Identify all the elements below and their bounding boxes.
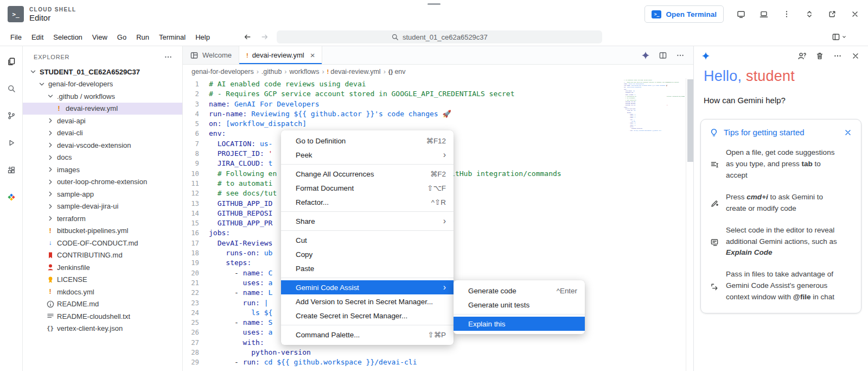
- close-icon[interactable]: [850, 9, 860, 20]
- tree-folder-outer-loop-chrome-extension[interactable]: outer-loop-chrome-extension: [23, 176, 182, 188]
- line-number: 29: [183, 357, 209, 367]
- layout-icon: [832, 33, 840, 41]
- tree-folder-images[interactable]: images: [23, 164, 182, 176]
- window-drag-handle[interactable]: [427, 3, 441, 5]
- menu-selection[interactable]: Selection: [48, 30, 87, 44]
- tree-folder-devai-cli[interactable]: devai-cli: [23, 127, 182, 140]
- open-in-new-window-icon[interactable]: [827, 9, 838, 20]
- web-preview-icon[interactable]: [736, 9, 746, 20]
- tree-file-readme-cloudshell-txt[interactable]: README-cloudshell.txt: [23, 310, 182, 323]
- editor-tab-actions: [633, 46, 693, 64]
- context-item-paste[interactable]: Paste: [281, 261, 454, 275]
- explorer-more-actions-icon[interactable]: [164, 53, 173, 61]
- toggle-panel-icon[interactable]: [758, 9, 769, 20]
- context-item-create-secret-in-secret-manager[interactable]: Create Secret in Secret Manager...: [281, 309, 454, 323]
- delete-chat-icon[interactable]: [815, 51, 825, 61]
- breadcrumb-item-env[interactable]: {}env: [388, 68, 406, 76]
- tree-folder-devai-api[interactable]: devai-api: [23, 115, 182, 127]
- more-options-icon[interactable]: [781, 9, 792, 20]
- tree-file-vertex-client-key-json[interactable]: {}vertex-client-key.json: [23, 323, 182, 335]
- context-item-change-all-occurrences[interactable]: Change All Occurrences⌘F2: [281, 167, 454, 181]
- resize-icon[interactable]: [804, 9, 815, 20]
- tree-file-devai-review-yml[interactable]: !devai-review.yml: [23, 103, 182, 115]
- menu-help[interactable]: Help: [190, 30, 215, 44]
- tree-folder-student-01-ce62a6529c37[interactable]: STUDENT_01_CE62A6529C37: [23, 66, 182, 78]
- close-panel-icon[interactable]: [851, 51, 860, 61]
- tree-folder-terraform[interactable]: terraform: [23, 212, 182, 225]
- context-item-refactor[interactable]: Refactor...^⇧R: [281, 195, 454, 209]
- penSpark-icon: [710, 193, 719, 215]
- context-item-label: Generate unit tests: [468, 301, 577, 309]
- tree-folder-docs[interactable]: docs: [23, 152, 182, 164]
- line-number: 8: [183, 149, 209, 159]
- tree-folder-github-workflows[interactable]: .github / workflows: [23, 90, 182, 103]
- tree-file-license[interactable]: LICENSE: [23, 274, 182, 286]
- tab-devai-review-yml[interactable]: !devai-review.yml×: [239, 46, 323, 64]
- editor-more-actions-icon[interactable]: [676, 51, 685, 60]
- activity-explorer-icon[interactable]: [5, 55, 18, 68]
- tab-welcome[interactable]: Welcome: [183, 46, 239, 64]
- feedback-icon[interactable]: [797, 51, 807, 61]
- breadcrumb-item-github[interactable]: .github: [261, 68, 282, 76]
- tree-file-bitbucket-pipelines-yml[interactable]: !bitbucket-pipelines.yml: [23, 225, 182, 237]
- activity-search-icon[interactable]: [5, 82, 18, 95]
- tree-file-jenkinsfile[interactable]: Jenkinsfile: [23, 261, 182, 274]
- menu-view[interactable]: View: [87, 30, 112, 44]
- tree-item-label: devai-review.yml: [66, 104, 118, 112]
- scrollbar-thumb[interactable]: [687, 79, 693, 162]
- tree-item-label: LICENSE: [57, 275, 87, 284]
- context-item-generate-unit-tests[interactable]: Generate unit tests: [454, 298, 585, 312]
- forward-icon[interactable]: [260, 33, 269, 41]
- tree-folder-sample-app[interactable]: sample-app: [23, 188, 182, 200]
- split-editor-icon[interactable]: [659, 51, 667, 60]
- back-icon[interactable]: [243, 33, 252, 41]
- context-item-go-to-definition[interactable]: Go to Definition⌘F12: [281, 134, 454, 148]
- context-item-gemini-code-assist[interactable]: Gemini Code Assist›: [281, 280, 454, 294]
- minimap[interactable]: # AI enabled code reviews using devai# -…: [624, 79, 685, 371]
- open-terminal-button[interactable]: >_ Open Terminal: [644, 5, 724, 23]
- close-tips-icon[interactable]: [844, 128, 852, 137]
- activity-source-control-icon[interactable]: [5, 109, 18, 122]
- close-tab-icon[interactable]: ×: [310, 51, 315, 60]
- search-icon: [391, 33, 399, 41]
- gemini-sparkle-icon[interactable]: [641, 51, 650, 60]
- menu-edit[interactable]: Edit: [27, 30, 48, 44]
- breadcrumb-item-workflows[interactable]: workflows: [290, 68, 320, 76]
- layout-control[interactable]: [832, 33, 863, 41]
- context-item-copy[interactable]: Copy: [281, 247, 454, 261]
- context-item-peek[interactable]: Peek›: [281, 148, 454, 162]
- context-item-format-document[interactable]: Format Document⇧⌥F: [281, 181, 454, 195]
- tree-file-contributing-md[interactable]: CONTRIBUTING.md: [23, 249, 182, 262]
- tree-folder-genai-for-developers[interactable]: genai-for-developers: [23, 78, 182, 91]
- more-options-icon[interactable]: [833, 51, 843, 61]
- search-input[interactable]: student_01_ce62a6529c37: [277, 30, 602, 43]
- tree-file-readme-md[interactable]: README.md: [23, 298, 182, 311]
- menu-file[interactable]: File: [5, 30, 27, 44]
- context-item-explain-this[interactable]: Explain this: [454, 317, 585, 331]
- menu-run[interactable]: Run: [131, 30, 154, 44]
- menu-separator: [281, 164, 454, 165]
- breadcrumb-item-devai-review-yml[interactable]: !devai-review.yml: [327, 68, 381, 76]
- code-text: DevAI-Reviews: [209, 238, 272, 248]
- menu-terminal[interactable]: Terminal: [154, 30, 190, 44]
- context-item-command-palette[interactable]: Command Palette...⇧⌘P: [281, 328, 454, 342]
- vertical-scrollbar[interactable]: [686, 78, 693, 371]
- tree-file-code-of-conduct-md[interactable]: ↓CODE-OF-CONDUCT.md: [23, 237, 182, 249]
- chevron-right-icon: [46, 214, 55, 223]
- context-item-share[interactable]: Share›: [281, 214, 454, 228]
- activity-run-debug-icon[interactable]: [5, 136, 18, 149]
- tree-folder-sample-devai-jira-ui[interactable]: sample-devai-jira-ui: [23, 200, 182, 213]
- bookmark-icon: [46, 251, 55, 260]
- tip-item: Select code in the editor to reveal addi…: [710, 225, 852, 259]
- context-item-generate-code[interactable]: Generate code^Enter: [454, 284, 585, 298]
- breadcrumb-item-genai-for-developers[interactable]: genai-for-developers: [192, 68, 254, 76]
- tree-folder-devai-vscode-extension[interactable]: devai-vscode-extension: [23, 139, 182, 152]
- activity-gemini-icon[interactable]: [5, 191, 18, 204]
- tree-item-label: STUDENT_01_CE62A6529C37: [40, 68, 140, 76]
- tips-title: Tips for getting started: [724, 128, 805, 137]
- menu-go[interactable]: Go: [112, 30, 131, 44]
- tree-file-mkdocs-yml[interactable]: !mkdocs.yml: [23, 286, 182, 298]
- context-item-add-version-to-secret-in-secret-manager[interactable]: Add Version to Secret in Secret Manager.…: [281, 294, 454, 309]
- activity-extensions-icon[interactable]: [5, 164, 18, 177]
- context-item-cut[interactable]: Cut: [281, 233, 454, 247]
